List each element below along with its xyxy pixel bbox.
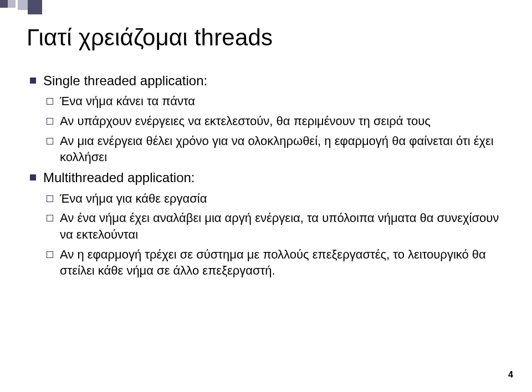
page-number: 4 xyxy=(508,370,513,380)
corner-decoration xyxy=(0,0,42,14)
bullet-list: Single threaded application: Ένα νήμα κά… xyxy=(27,72,505,279)
sub-item: Αν η εφαρμογή τρέχει σε σύστημα με πολλο… xyxy=(43,246,505,279)
bullet-item: Multithreaded application: Ένα νήμα για … xyxy=(27,169,505,279)
sub-item: Αν ένα νήμα έχει αναλάβει μια αργή ενέργ… xyxy=(43,210,505,243)
bullet-label: Multithreaded application: xyxy=(43,170,195,185)
slide-title: Γιατί χρειάζομαι threads xyxy=(27,24,505,51)
sub-item: Αν υπάρχουν ενέργειες να εκτελεστούν, θα… xyxy=(43,113,505,130)
sub-item: Ένα νήμα για κάθε εργασία xyxy=(43,190,505,207)
sub-list: Ένα νήμα για κάθε εργασία Αν ένα νήμα έχ… xyxy=(43,190,505,279)
bullet-item: Single threaded application: Ένα νήμα κά… xyxy=(27,72,505,166)
sub-item: Ένα νήμα κάνει τα πάντα xyxy=(43,93,505,110)
bullet-label: Single threaded application: xyxy=(43,73,207,88)
slide-content: Γιατί χρειάζομαι threads Single threaded… xyxy=(27,24,505,282)
sub-list: Ένα νήμα κάνει τα πάντα Αν υπάρχουν ενέρ… xyxy=(43,93,505,166)
sub-item: Αν μια ενέργεια θέλει χρόνο για να ολοκλ… xyxy=(43,133,505,166)
